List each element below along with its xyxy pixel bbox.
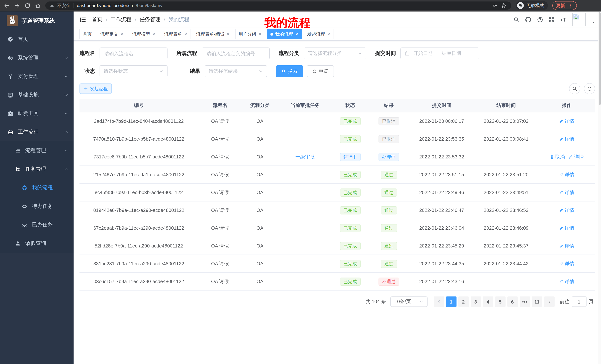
- cell-status: 已完成: [332, 201, 368, 219]
- detail-action[interactable]: 详情: [569, 153, 584, 160]
- close-icon[interactable]: [258, 32, 262, 36]
- status-select[interactable]: 请选择状态: [100, 65, 168, 77]
- back-icon[interactable]: [4, 3, 10, 9]
- detail-action[interactable]: 详情: [559, 242, 574, 249]
- breadcrumb-item-home[interactable]: 首页: [92, 16, 102, 23]
- next-page-button[interactable]: [544, 297, 554, 307]
- cell-end-time: 2022-01-22 23:45:37: [474, 237, 538, 255]
- sidebar-item-label: 首页: [18, 36, 28, 43]
- detail-action[interactable]: 详情: [559, 225, 574, 231]
- sidebar-item-todo-tasks[interactable]: 待办任务: [0, 197, 74, 216]
- reload-icon[interactable]: [25, 3, 30, 9]
- goto-page-input[interactable]: [572, 297, 587, 307]
- home-icon[interactable]: [35, 3, 41, 9]
- detail-action[interactable]: 详情: [559, 278, 574, 285]
- page-button[interactable]: 6: [507, 297, 518, 307]
- tab-process-definition[interactable]: 流程定义: [97, 29, 127, 39]
- result-tag: 处理中: [379, 153, 399, 161]
- breadcrumb-item-task-mgmt[interactable]: 任务管理: [140, 16, 160, 23]
- detail-action[interactable]: 详情: [559, 189, 574, 196]
- sidebar-item-process-mgmt[interactable]: 流程管理: [0, 141, 74, 160]
- tab-process-form-edit[interactable]: 流程表单-编辑: [193, 29, 233, 39]
- page-scrollbar[interactable]: [598, 11, 601, 364]
- status-tag: 已完成: [340, 135, 361, 143]
- page-button[interactable]: 2: [458, 297, 469, 307]
- incognito-icon: [518, 3, 523, 8]
- detail-action[interactable]: 详情: [559, 171, 574, 178]
- page-button[interactable]: 5: [495, 297, 505, 307]
- cell-status: 已完成: [332, 255, 368, 273]
- bookmark-star-icon[interactable]: [501, 3, 507, 9]
- search-button[interactable]: 搜索: [276, 65, 303, 77]
- close-icon[interactable]: [152, 32, 156, 36]
- scrollbar-thumb[interactable]: [599, 12, 601, 105]
- reset-button[interactable]: 重置: [307, 65, 334, 77]
- password-key-icon[interactable]: [492, 3, 498, 8]
- category-select[interactable]: 请选择流程分类: [304, 48, 366, 59]
- close-icon[interactable]: [184, 32, 188, 36]
- sidebar-item-infrastructure[interactable]: 基础设施: [0, 86, 74, 104]
- close-icon[interactable]: [226, 32, 230, 36]
- prev-page-button[interactable]: [434, 297, 444, 307]
- incognito-label: 无痕模式: [526, 2, 544, 9]
- detail-action[interactable]: 详情: [559, 207, 574, 213]
- sidebar-item-my-process[interactable]: 我的流程: [0, 179, 74, 197]
- sidebar-item-payment[interactable]: 支付管理: [0, 67, 74, 86]
- process-name-input[interactable]: [100, 48, 168, 59]
- eye-icon: [21, 203, 28, 209]
- page-button[interactable]: 4: [483, 297, 493, 307]
- cancel-action[interactable]: 取消: [550, 153, 565, 160]
- close-icon[interactable]: [327, 32, 331, 36]
- breadcrumb-item-workflow[interactable]: 工作流程: [111, 16, 131, 23]
- tab-home[interactable]: 首页: [80, 29, 95, 39]
- address-bar[interactable]: 不安全 dashboard.yudao.iocoder.cn /bpm/task…: [45, 1, 511, 10]
- avatar[interactable]: [572, 13, 586, 26]
- detail-action[interactable]: 详情: [559, 260, 574, 267]
- incognito-badge: 无痕模式: [516, 1, 548, 10]
- monitor-icon: [7, 92, 13, 98]
- more-pages-button[interactable]: •••: [520, 297, 530, 307]
- help-icon[interactable]: [537, 17, 543, 23]
- sidebar-fold-icon[interactable]: [80, 16, 86, 23]
- page-size-select[interactable]: 10条/页: [391, 297, 428, 307]
- close-icon[interactable]: [295, 32, 299, 36]
- forward-icon[interactable]: [14, 3, 20, 9]
- submit-time-range[interactable]: 开始日期 - 结束日期: [401, 48, 479, 59]
- sidebar-item-done-tasks[interactable]: 已办任务: [0, 216, 74, 234]
- tab-user-group[interactable]: 用户分组: [235, 29, 265, 39]
- browser-update-button[interactable]: 更新: [552, 1, 577, 10]
- tab-process-model[interactable]: 流程模型: [129, 29, 159, 39]
- sidebar-item-task-mgmt[interactable]: 任务管理: [0, 160, 74, 179]
- sidebar-item-home[interactable]: 首页: [0, 30, 74, 49]
- page-button[interactable]: 1: [446, 297, 456, 307]
- sidebar-item-dev-tools[interactable]: 研发工具: [0, 104, 74, 123]
- owner-process-input[interactable]: [202, 48, 270, 59]
- github-icon[interactable]: [525, 16, 531, 23]
- brand[interactable]: 芋道管理系统: [0, 11, 74, 30]
- eye-closed-icon: [21, 222, 28, 228]
- show-search-button[interactable]: [569, 83, 580, 94]
- header-actions: TT: [513, 13, 595, 26]
- cell-current-task: 一级审批: [278, 148, 332, 166]
- page-button[interactable]: 11: [532, 297, 542, 307]
- cell-status: 已完成: [332, 183, 368, 201]
- tab-process-form[interactable]: 流程表单: [161, 29, 191, 39]
- avatar-caret-icon[interactable]: [591, 20, 595, 24]
- current-task-link[interactable]: 一级审批: [295, 153, 315, 160]
- refresh-table-button[interactable]: [584, 83, 595, 94]
- detail-action[interactable]: 详情: [559, 118, 574, 125]
- security-warning-icon[interactable]: [50, 3, 54, 8]
- sidebar-item-system[interactable]: 系统管理: [0, 49, 74, 67]
- font-size-icon[interactable]: TT: [560, 16, 567, 23]
- close-icon[interactable]: [120, 32, 124, 36]
- browser-menu-icon[interactable]: [568, 3, 573, 8]
- result-select[interactable]: 请选择流结果: [205, 65, 267, 77]
- page-button[interactable]: 3: [471, 297, 481, 307]
- start-process-button[interactable]: 发起流程: [80, 84, 112, 94]
- header-search-icon[interactable]: [513, 17, 519, 23]
- sidebar-item-workflow[interactable]: 工作流程: [0, 123, 74, 141]
- fullscreen-icon[interactable]: [549, 17, 555, 23]
- cell-process-name: OA 请假: [198, 273, 242, 290]
- detail-action[interactable]: 详情: [559, 136, 574, 142]
- sidebar-item-leave-query[interactable]: 请假查询: [0, 234, 74, 253]
